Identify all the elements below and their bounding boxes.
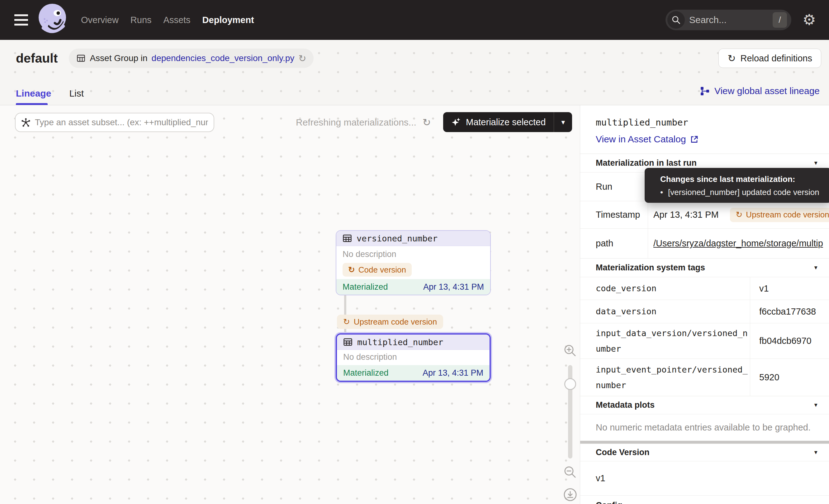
tooltip-title: Changes since last materialization:: [660, 174, 829, 184]
reload-definitions-button[interactable]: ↻ Reload definitions: [718, 48, 821, 68]
asset-node-header[interactable]: multiplied_number: [337, 334, 490, 350]
timestamp-label: Timestamp: [580, 201, 648, 228]
asset-node-body: No description: [337, 350, 490, 362]
chevron-down-icon[interactable]: ▼: [813, 160, 819, 166]
selected-asset-name: multiplied_number: [596, 117, 829, 128]
page-header: default Asset Group in dependencies_code…: [0, 40, 829, 105]
chevron-down-icon[interactable]: ▼: [813, 449, 819, 456]
nav-runs[interactable]: Runs: [131, 15, 152, 25]
panel-header: multiplied_number View in Asset Catalog: [580, 105, 829, 153]
section-code-version[interactable]: Code Version ▼: [580, 443, 829, 461]
path-row: path /Users/sryza/dagster_home/storage/m…: [580, 228, 829, 258]
reload-icon: ↻: [727, 52, 735, 64]
tag-key: code_version: [580, 277, 750, 300]
asset-group-icon: [76, 53, 86, 63]
metadata-plots-empty-note: No numeric metadata entries available to…: [580, 414, 829, 441]
materialize-selected-button[interactable]: Materialize selected ▾: [443, 112, 572, 132]
page-title: default: [16, 51, 58, 66]
refreshing-status-text: Refreshing materializations...: [296, 117, 417, 128]
section-heading: Metadata plots: [596, 400, 655, 410]
asset-node-multiplied-number[interactable]: multiplied_number No description Materia…: [336, 333, 491, 382]
graph-zoom-controls: [561, 344, 580, 502]
nav-overview[interactable]: Overview: [81, 15, 119, 25]
asset-node-name: multiplied_number: [357, 337, 443, 347]
section-config[interactable]: Config: [580, 495, 829, 504]
section-heading: Materialization system tags: [596, 263, 705, 273]
code-version-label: Code version: [358, 265, 406, 275]
asset-node-header[interactable]: versioned_number: [336, 231, 490, 246]
asset-node-description: No description: [343, 250, 484, 259]
section-heading: Code Version: [596, 447, 650, 457]
search-input[interactable]: [685, 15, 772, 25]
code-version-icon: ↻: [348, 265, 355, 275]
materialize-selected-main[interactable]: Materialize selected: [443, 112, 554, 132]
tab-list[interactable]: List: [69, 88, 84, 99]
settings-gear-icon[interactable]: ⚙: [802, 12, 816, 27]
zoom-slider-handle[interactable]: [564, 378, 576, 390]
code-version-badge: ↻ Code version: [343, 263, 412, 277]
tag-value: fb04dcb6970: [750, 336, 812, 346]
sparkle-icon: [451, 117, 461, 127]
asset-group-prefix: Asset Group in: [90, 53, 147, 63]
tag-key: input_event_pointer/versioned_number: [580, 359, 750, 396]
main-content: Refreshing materializations... ↻ Materia…: [0, 105, 829, 504]
search-icon: [668, 11, 685, 29]
nav-deployment[interactable]: Deployment: [203, 15, 254, 25]
path-value-link[interactable]: /Users/sryza/dagster_home/storage/multip: [653, 238, 823, 249]
tag-value: f6ccba177638: [750, 307, 816, 317]
zoom-slider[interactable]: [568, 365, 572, 459]
upstream-code-version-label: Upstream code version: [746, 210, 829, 220]
download-graph-icon[interactable]: [563, 487, 578, 502]
chevron-down-icon[interactable]: ▼: [813, 265, 819, 271]
zoom-out-icon[interactable]: [563, 465, 577, 479]
dagster-logo[interactable]: [37, 2, 69, 37]
path-label: path: [580, 229, 648, 258]
external-link-icon: [690, 135, 698, 144]
view-global-asset-lineage-link[interactable]: View global asset lineage: [700, 86, 820, 96]
refresh-materializations-icon[interactable]: ↻: [423, 116, 431, 128]
zoom-in-icon[interactable]: [563, 344, 577, 358]
asset-subset-input[interactable]: [35, 117, 208, 128]
asset-details-panel: multiplied_number View in Asset Catalog …: [580, 105, 829, 504]
upstream-code-version-badge: ↻ Upstream code version: [730, 208, 829, 222]
asset-node-versioned-number[interactable]: versioned_number No description ↻ Code v…: [336, 230, 491, 295]
asset-graph-canvas[interactable]: Refreshing materializations... ↻ Materia…: [0, 105, 580, 504]
tag-key: data_version: [580, 300, 750, 323]
asset-group-badge: Asset Group in dependencies_code_version…: [69, 48, 314, 68]
timestamp-value: Apr 13, 4:31 PM: [653, 210, 719, 220]
search-box[interactable]: /: [665, 10, 791, 30]
chevron-down-icon[interactable]: ▼: [813, 402, 819, 408]
view-in-asset-catalog-link[interactable]: View in Asset Catalog: [596, 134, 698, 145]
asset-node-description: No description: [343, 352, 483, 362]
upstream-code-version-icon: ↻: [736, 210, 743, 220]
search-shortcut-key: /: [772, 12, 787, 28]
asset-subset-filter[interactable]: [15, 113, 214, 132]
system-tag-row: code_version v1: [580, 277, 829, 300]
timestamp-row: Timestamp Apr 13, 4:31 PM ↻ Upstream cod…: [580, 201, 829, 228]
materialized-timestamp[interactable]: Apr 13, 4:31 PM: [423, 368, 483, 378]
refresh-group-icon[interactable]: ↻: [298, 53, 306, 64]
asset-node-footer: Materialized Apr 13, 4:31 PM: [336, 279, 490, 295]
materialized-status: Materialized: [343, 368, 389, 378]
system-tag-row: data_version f6ccba177638: [580, 300, 829, 323]
materialize-options-caret[interactable]: ▾: [554, 112, 572, 132]
section-metadata-plots[interactable]: Metadata plots ▼: [580, 396, 829, 414]
system-tag-row: input_data_version/versioned_number fb04…: [580, 323, 829, 359]
tab-lineage[interactable]: Lineage: [16, 88, 51, 99]
asset-node-name: versioned_number: [357, 233, 437, 243]
upstream-code-version-label: Upstream code version: [354, 317, 437, 327]
asset-node-body: No description ↻ Code version: [336, 246, 490, 277]
view-global-asset-lineage-label: View global asset lineage: [714, 86, 820, 96]
lineage-graph-icon: [700, 86, 710, 96]
asset-group-file-link[interactable]: dependencies_code_version_only.py: [152, 53, 295, 63]
tag-value: v1: [750, 284, 769, 294]
op-selection-icon: [21, 118, 31, 127]
materialized-timestamp[interactable]: Apr 13, 4:31 PM: [423, 282, 484, 292]
materialize-selected-label: Materialize selected: [466, 117, 546, 128]
dagster-octopus-icon: [37, 2, 69, 37]
table-icon: [343, 233, 352, 243]
nav-assets[interactable]: Assets: [164, 15, 190, 25]
section-materialization-system-tags[interactable]: Materialization system tags ▼: [580, 258, 829, 277]
menu-icon[interactable]: [14, 14, 28, 26]
section-heading: Materialization in last run: [596, 158, 697, 168]
